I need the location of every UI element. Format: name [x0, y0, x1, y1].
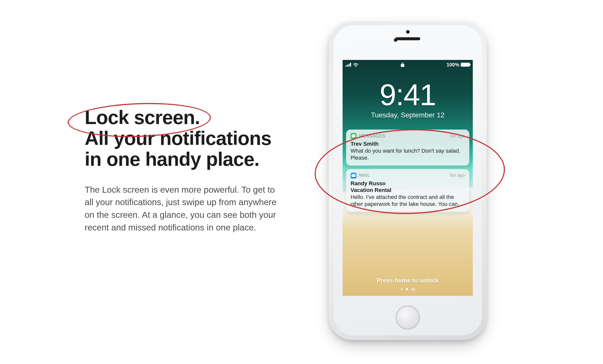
heading-line-2: All your notifications — [85, 127, 271, 149]
status-left — [346, 63, 359, 67]
lockscreen-date: Tuesday, September 12 — [343, 111, 473, 119]
cellular-signal-icon — [346, 63, 351, 67]
heading-line-3: in one handy place. — [85, 148, 259, 170]
page-dot — [401, 288, 403, 290]
marketing-copy: Lock screen. All your notifications in o… — [85, 107, 291, 234]
notification-card[interactable]: MAIL 9m ago Randy Russo Vacation Rental … — [346, 169, 469, 212]
section-body: The Lock screen is even more powerful. T… — [85, 183, 284, 234]
svg-rect-2 — [352, 174, 356, 177]
lockscreen-time: 9:41 — [343, 80, 473, 110]
messages-app-icon — [351, 133, 357, 139]
status-right: 100% — [447, 62, 470, 68]
page-dots[interactable] — [401, 287, 415, 290]
notification-header: MAIL 9m ago — [351, 173, 465, 179]
unlock-hint: Press home to unlock — [377, 277, 439, 284]
home-button[interactable] — [396, 305, 420, 330]
notification-body: What do you want for lunch? Don't say sa… — [351, 147, 465, 162]
iphone-device-frame: 100% 9:41 Tuesday, September 12 — [329, 21, 487, 340]
status-bar: 100% — [343, 60, 473, 69]
phone-earpiece-icon — [395, 37, 420, 40]
notification-app-label: MESSAGES — [359, 134, 450, 139]
notification-title: Randy Russo — [351, 180, 465, 187]
battery-percent: 100% — [447, 62, 459, 68]
notification-body: Hello. I've attached the contract and al… — [351, 194, 465, 208]
section-heading: Lock screen. All your notifications in o… — [85, 107, 291, 170]
mail-app-icon — [351, 173, 357, 179]
notification-subtitle: Vacation Rental — [351, 187, 465, 194]
page-dot-active — [406, 288, 408, 290]
iphone-body: 100% 9:41 Tuesday, September 12 — [333, 25, 482, 336]
notification-card[interactable]: MESSAGES 3m ago Trev Smith What do you w… — [346, 130, 469, 166]
phone-screen[interactable]: 100% 9:41 Tuesday, September 12 — [343, 60, 473, 296]
notification-title: Trev Smith — [351, 140, 465, 147]
notification-time: 9m ago — [450, 173, 465, 178]
lock-icon — [401, 62, 404, 67]
notification-header: MESSAGES 3m ago — [351, 133, 465, 139]
wifi-icon — [353, 63, 359, 67]
heading-line-1: Lock screen. — [85, 106, 200, 128]
notification-time: 3m ago — [450, 134, 465, 139]
camera-shortcut-icon[interactable] — [411, 287, 415, 290]
notification-list: MESSAGES 3m ago Trev Smith What do you w… — [346, 130, 469, 212]
notification-app-label: MAIL — [359, 173, 450, 178]
lockscreen-clock: 9:41 Tuesday, September 12 — [343, 80, 473, 119]
unlock-area: Press home to unlock — [343, 277, 473, 290]
battery-icon — [461, 63, 470, 67]
phone-front-sensor-icon — [406, 30, 410, 34]
page-stage: Lock screen. All your notifications in o… — [0, 0, 603, 364]
